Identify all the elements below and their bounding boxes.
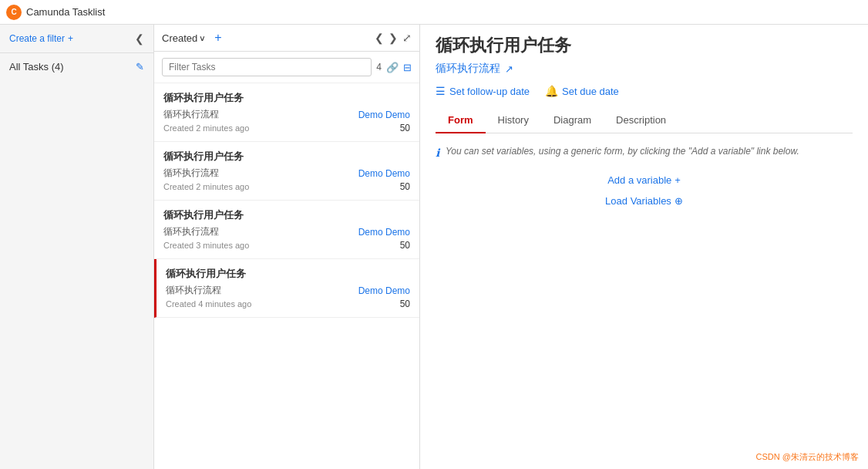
expand-icon[interactable]: ⤢ bbox=[402, 32, 412, 44]
filter-bar: 4 🔗 ⊟ bbox=[154, 52, 419, 83]
task-bottom: Created 2 minutes ago 50 bbox=[163, 181, 410, 192]
task-list-sort-label[interactable]: Created ∨ bbox=[162, 32, 205, 44]
task-assignee: Demo Demo bbox=[358, 110, 410, 120]
task-bottom: Created 4 minutes ago 50 bbox=[166, 299, 410, 309]
sidebar-item-edit-icon[interactable]: ✎ bbox=[136, 61, 144, 73]
task-assignee: Demo Demo bbox=[358, 227, 410, 238]
task-meta: 循环执行流程 Demo Demo bbox=[166, 284, 410, 297]
tab-description[interactable]: Description bbox=[604, 108, 678, 133]
external-link-icon: ↗ bbox=[505, 63, 513, 75]
load-variables-icon: ⊕ bbox=[675, 195, 683, 207]
task-process: 循环执行流程 bbox=[163, 225, 219, 238]
sidebar-collapse-icon[interactable]: ❮ bbox=[135, 32, 144, 45]
create-filter-plus[interactable]: + bbox=[68, 33, 73, 44]
watermark: CSDN @朱清云的技术博客 bbox=[756, 451, 859, 463]
task-list-nav-icons: ❮ ❯ ⤢ bbox=[375, 32, 412, 44]
task-time: Created 2 minutes ago bbox=[163, 182, 249, 191]
detail-panel: 循环执行用户任务 循环执行流程 ↗ ☰ Set follow-up date 🔔… bbox=[420, 25, 868, 469]
task-item[interactable]: 循环执行用户任务 循环执行流程 Demo Demo Created 2 minu… bbox=[154, 142, 419, 201]
task-item[interactable]: 循环执行用户任务 循环执行流程 Demo Demo Created 2 minu… bbox=[154, 83, 419, 142]
load-variables-action: Load Variables ⊕ bbox=[436, 195, 853, 207]
detail-process-name: 循环执行流程 bbox=[436, 62, 500, 76]
detail-actions: ☰ Set follow-up date 🔔 Set due date bbox=[436, 85, 853, 97]
detail-title: 循环执行用户任务 bbox=[436, 34, 853, 57]
tasks-container: 循环执行用户任务 循环执行流程 Demo Demo Created 2 minu… bbox=[154, 83, 419, 469]
add-variable-action: Add a variable + bbox=[436, 174, 853, 186]
due-date-button[interactable]: 🔔 Set due date bbox=[545, 85, 619, 97]
task-item-active[interactable]: 循环执行用户任务 循环执行流程 Demo Demo Created 4 minu… bbox=[154, 259, 419, 318]
detail-tabs: Form History Diagram Description bbox=[436, 108, 853, 133]
task-assignee: Demo Demo bbox=[358, 168, 410, 179]
filter-settings-icon[interactable]: ⊟ bbox=[403, 62, 412, 73]
task-meta: 循环执行流程 Demo Demo bbox=[163, 225, 410, 238]
sidebar-item-label: All Tasks (4) bbox=[9, 61, 64, 73]
main-layout: Create a filter + ❮ All Tasks (4) ✎ Crea… bbox=[0, 25, 868, 469]
follow-up-icon: ☰ bbox=[436, 85, 446, 97]
app-title: Camunda Tasklist bbox=[26, 6, 105, 18]
create-filter-link[interactable]: Create a filter bbox=[9, 33, 65, 44]
due-date-label: Set due date bbox=[562, 86, 619, 97]
sort-caret-icon: ∨ bbox=[200, 34, 206, 42]
task-title: 循环执行用户任务 bbox=[166, 267, 410, 281]
detail-process-link[interactable]: 循环执行流程 ↗ bbox=[436, 62, 853, 76]
sidebar-header: Create a filter + ❮ bbox=[0, 25, 153, 53]
form-info: ℹ You can set variables, using a generic… bbox=[436, 146, 853, 159]
top-bar: C Camunda Tasklist bbox=[0, 0, 868, 25]
task-title: 循环执行用户任务 bbox=[163, 208, 410, 222]
task-process: 循环执行流程 bbox=[163, 167, 219, 180]
tab-diagram[interactable]: Diagram bbox=[541, 108, 604, 133]
load-variables-link[interactable]: Load Variables ⊕ bbox=[605, 195, 683, 207]
task-title: 循环执行用户任务 bbox=[163, 91, 410, 105]
task-time: Created 3 minutes ago bbox=[163, 241, 249, 250]
task-process: 循环执行流程 bbox=[163, 108, 219, 121]
add-variable-link[interactable]: Add a variable + bbox=[607, 174, 681, 186]
filter-link-icon[interactable]: 🔗 bbox=[386, 62, 399, 73]
next-icon[interactable]: ❯ bbox=[389, 32, 398, 44]
task-item[interactable]: 循环执行用户任务 循环执行流程 Demo Demo Created 3 minu… bbox=[154, 201, 419, 259]
form-info-text: You can set variables, using a generic f… bbox=[446, 146, 799, 157]
task-meta: 循环执行流程 Demo Demo bbox=[163, 167, 410, 180]
task-time: Created 2 minutes ago bbox=[163, 123, 249, 133]
task-score: 50 bbox=[400, 181, 410, 192]
task-list-header: Created ∨ + ❮ ❯ ⤢ bbox=[154, 25, 419, 52]
task-time: Created 4 minutes ago bbox=[166, 299, 251, 309]
sidebar: Create a filter + ❮ All Tasks (4) ✎ bbox=[0, 25, 154, 469]
tab-form[interactable]: Form bbox=[436, 108, 486, 133]
task-score: 50 bbox=[400, 299, 410, 309]
follow-up-date-button[interactable]: ☰ Set follow-up date bbox=[436, 85, 530, 97]
task-bottom: Created 2 minutes ago 50 bbox=[163, 123, 410, 133]
task-score: 50 bbox=[400, 240, 410, 251]
tab-history[interactable]: History bbox=[486, 108, 541, 133]
task-process: 循环执行流程 bbox=[166, 284, 221, 297]
follow-up-label: Set follow-up date bbox=[449, 86, 530, 97]
filter-count: 4 bbox=[376, 62, 382, 73]
camunda-logo: C bbox=[6, 5, 22, 20]
task-score: 50 bbox=[400, 123, 410, 133]
task-assignee: Demo Demo bbox=[358, 285, 410, 296]
prev-icon[interactable]: ❮ bbox=[375, 32, 384, 44]
add-variable-plus-icon: + bbox=[675, 174, 681, 186]
task-meta: 循环执行流程 Demo Demo bbox=[163, 108, 410, 121]
task-list-panel: Created ∨ + ❮ ❯ ⤢ 4 🔗 ⊟ 循环执行用户任务 循环执行流程 … bbox=[154, 25, 420, 469]
bell-icon: 🔔 bbox=[545, 85, 558, 97]
filter-tasks-input[interactable] bbox=[162, 58, 372, 76]
task-bottom: Created 3 minutes ago 50 bbox=[163, 240, 410, 251]
task-title: 循环执行用户任务 bbox=[163, 150, 410, 164]
sidebar-item-all-tasks[interactable]: All Tasks (4) ✎ bbox=[0, 53, 153, 80]
info-icon: ℹ bbox=[436, 147, 439, 159]
task-list-add-button[interactable]: + bbox=[214, 31, 221, 45]
